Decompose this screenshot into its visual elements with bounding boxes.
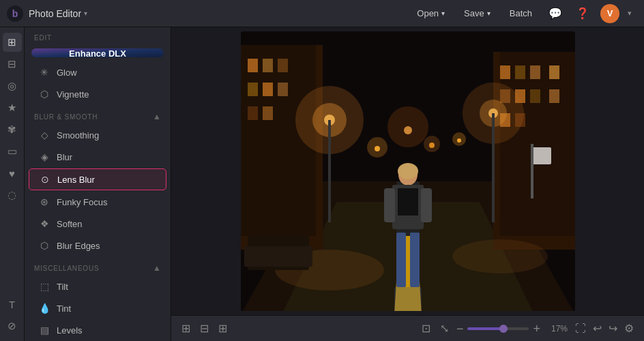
blur-smooth-section-label: BLUR & SMOOTH ▲ [25,105,171,124]
icon-rail: ⊞ ⊟ ◎ ★ ✾ ▭ ♥ ◌ T ⊘ [0,27,25,341]
frame-icon[interactable]: ⊟ [198,320,211,337]
svg-point-44 [398,163,418,179]
open-button[interactable]: Open ▾ [409,5,453,22]
rail-rect-icon[interactable]: ▭ [3,142,22,161]
svg-rect-19 [549,65,559,79]
svg-rect-15 [500,52,575,236]
soften-label: Soften [57,219,83,229]
tilt-label: Tilt [57,282,68,292]
app-title-group: Photo Editor ▾ [29,8,87,19]
help-icon-button[interactable]: ❓ [570,3,595,23]
svg-rect-22 [530,89,540,103]
funky-focus-icon: ⊛ [38,196,50,207]
save-button[interactable]: Save ▾ [456,5,499,22]
zoom-controls: − + [456,323,540,335]
svg-rect-23 [549,89,559,103]
svg-rect-13 [263,106,273,120]
redo-icon[interactable]: ↪ [606,320,619,337]
funky-focus-item[interactable]: ⊛ Funky Focus [29,192,166,212]
svg-point-53 [452,239,548,273]
blur-edges-item[interactable]: ⬡ Blur Edges [29,235,166,256]
bottom-bar: ⊞ ⊟ ⊞ ⊡ ⤡ − + 17% ⛶ ↩ ↪ ⚙ [171,315,644,341]
app-title-chevron[interactable]: ▾ [84,10,87,17]
smoothing-item[interactable]: ◇ Smoothing [29,125,166,145]
rail-text-icon[interactable]: T [3,295,22,314]
topbar-actions: Open ▾ Save ▾ Batch 💬 ❓ V ▾ [409,3,637,23]
svg-rect-35 [492,113,495,222]
glow-label: Glow [57,68,77,78]
rail-star-icon[interactable]: ★ [3,98,22,117]
svg-rect-29 [328,120,331,222]
svg-rect-16 [500,65,510,79]
expand-icon[interactable]: ⤡ [438,320,451,337]
zoom-slider-thumb[interactable] [499,325,508,333]
svg-rect-7 [263,59,273,72]
canvas-container[interactable] [171,27,644,315]
photo-svg [241,31,575,311]
tint-label: Tint [57,303,71,314]
edit-section-label: EDIT [25,27,171,44]
svg-rect-46 [410,233,420,287]
tilt-item[interactable]: ⬚ Tilt [29,276,166,297]
rail-brush-icon[interactable]: ⊘ [3,316,22,336]
rail-adjustments-icon[interactable]: ⊟ [3,55,22,74]
svg-rect-6 [248,59,258,72]
topbar: b Photo Editor ▾ Open ▾ Save ▾ Batch 💬 ❓… [0,0,644,27]
bottom-right-icons: ⛶ ↩ ↪ ⚙ [573,320,636,337]
chat-icon-button[interactable]: 💬 [543,3,568,23]
svg-rect-57 [244,246,312,267]
vignette-label: Vignette [57,89,89,100]
app-title: Photo Editor [29,8,81,19]
app-logo[interactable]: b [7,5,23,22]
batch-button[interactable]: Batch [501,5,540,22]
svg-rect-11 [278,83,288,96]
svg-rect-8 [278,59,288,72]
soften-item[interactable]: ❖ Soften [29,213,166,234]
rail-heart-icon[interactable]: ♥ [3,164,22,183]
smoothing-icon: ◇ [38,130,50,140]
zoom-out-button[interactable]: − [456,323,464,335]
settings-icon[interactable]: ⚙ [622,320,636,337]
rail-circle-icon[interactable]: ◌ [3,186,22,205]
blur-edges-icon: ⬡ [38,240,50,251]
levels-item[interactable]: ▤ Levels [29,320,166,340]
svg-rect-12 [248,106,258,120]
glow-item[interactable]: ✳ Glow [29,62,166,83]
rail-enhance-icon[interactable]: ⊞ [3,33,22,52]
svg-rect-54 [531,147,551,164]
glow-icon: ✳ [38,67,50,78]
svg-rect-17 [515,65,525,79]
fullscreen-icon[interactable]: ⛶ [573,321,588,337]
zoom-slider[interactable] [467,327,529,330]
crop-icon[interactable]: ⊡ [420,320,433,337]
tint-item[interactable]: 💧 Tint [29,298,166,318]
layers-icon[interactable]: ⊞ [179,320,192,337]
blur-edges-label: Blur Edges [57,241,100,251]
rail-effects-icon[interactable]: ✾ [3,120,22,139]
svg-rect-18 [530,65,540,79]
blur-label: Blur [57,152,72,162]
enhance-dlx-card[interactable]: Enhance DLX [31,48,164,57]
account-chevron-button[interactable]: ▾ [622,5,637,21]
svg-rect-45 [396,233,406,287]
photo-canvas [241,31,575,311]
rail-eye-icon[interactable]: ◎ [3,76,22,95]
svg-rect-51 [394,287,422,311]
grid-icon[interactable]: ⊞ [216,320,229,337]
funky-focus-label: Funky Focus [57,197,107,207]
undo-icon[interactable]: ↩ [591,320,604,337]
lens-blur-item[interactable]: ⊙ Lens Blur [29,168,166,190]
zoom-in-button[interactable]: + [533,323,540,335]
blur-item[interactable]: ◈ Blur [29,147,166,167]
avatar[interactable]: V [600,4,619,23]
miscellaneous-collapse-button[interactable]: ▲ [153,263,161,273]
blur-smooth-collapse-button[interactable]: ▲ [153,112,161,121]
canvas-area: ⊞ ⊟ ⊞ ⊡ ⤡ − + 17% ⛶ ↩ ↪ ⚙ [171,27,644,341]
tilt-icon: ⬚ [38,281,50,292]
lens-blur-icon: ⊙ [39,174,51,185]
smoothing-label: Smoothing [57,130,99,140]
svg-rect-49 [384,188,395,222]
svg-rect-50 [421,188,432,222]
enhance-card-label: Enhance DLX [69,48,126,57]
vignette-item[interactable]: ⬡ Vignette [29,84,166,104]
